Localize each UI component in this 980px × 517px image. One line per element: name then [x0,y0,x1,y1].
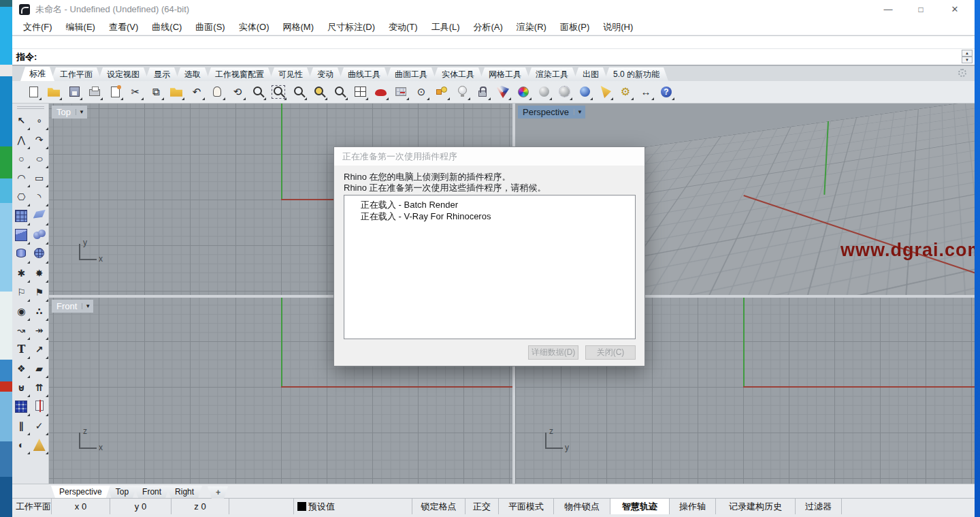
status-cell[interactable]: 正交 [466,499,499,514]
menu-item[interactable]: 编辑(E) [59,19,102,35]
select-pointer-icon[interactable]: ↖ [12,112,30,130]
chevron-down-icon[interactable]: ▼ [76,109,87,115]
point-icon[interactable]: ∘ [31,112,48,130]
array-icon[interactable] [12,398,30,416]
extrude-icon[interactable]: ⇈ [31,379,48,397]
gear-icon[interactable] [958,69,966,77]
toolbar-tab[interactable]: 显示 [145,67,179,81]
status-cell[interactable]: 操作轴 [670,499,716,514]
box-icon[interactable] [12,227,30,245]
undo-view-change-icon[interactable] [331,83,348,101]
spotlight-icon[interactable] [596,83,614,101]
hatch-plane-icon[interactable]: ▰ [31,360,48,378]
status-cell[interactable]: z 0 [172,499,229,514]
zoom-selected-icon[interactable] [310,83,328,101]
spinner-down-icon[interactable]: ▼ [962,57,973,63]
toolbar-tab[interactable]: 选取 [176,67,210,81]
status-cell[interactable]: 智慧轨迹 [610,499,670,514]
details-button[interactable]: 详细数据(D) [528,345,578,360]
move-scale-icon[interactable]: ↗ [31,341,48,359]
status-cell[interactable]: y 0 [110,499,172,514]
toolbar-tab[interactable]: 工作平面 [51,67,101,81]
control-point-curve-icon[interactable]: ↷ [31,131,48,149]
cplane-icon[interactable] [392,83,410,101]
light-icon[interactable] [453,83,471,101]
menu-item[interactable]: 实体(O) [232,19,276,35]
status-cell[interactable]: 平面模式 [499,499,554,514]
toolbar-tab[interactable]: 实体工具 [433,67,483,81]
polyline-icon[interactable]: ⋀ [12,131,30,149]
menu-item[interactable]: 曲面(S) [189,19,231,35]
ellipse-icon[interactable]: ○ [31,151,48,168]
save-icon[interactable] [65,83,83,101]
options-gears-icon[interactable]: ⚙ [617,83,634,101]
paste-icon[interactable] [167,83,185,101]
cut-icon[interactable]: ✂ [127,83,144,101]
toolbar-tab[interactable]: 网格工具 [480,67,530,81]
close-button[interactable]: ✕ [943,0,966,19]
minimize-button[interactable]: — [877,0,900,19]
toolbar-tab[interactable]: 曲面工具 [386,67,436,81]
toolbar-tab[interactable]: 可见性 [270,67,312,81]
menu-item[interactable]: 变动(T) [382,19,425,35]
menu-item[interactable]: 说明(H) [596,19,640,35]
undo-icon[interactable]: ↶ [188,83,206,101]
viewport-label-top[interactable]: Top▼ [52,106,87,119]
surface-from-points-icon[interactable] [12,208,30,225]
viewport-tab[interactable]: Right [167,486,202,498]
menu-item[interactable]: 工具(L) [425,19,467,35]
status-cell[interactable]: 工作平面 [12,499,52,514]
new-document-icon[interactable] [24,83,42,101]
status-cell[interactable]: 锁定格点 [412,499,466,514]
text-icon[interactable]: T [12,341,30,359]
object-properties-icon[interactable] [433,83,451,101]
viewport-tab[interactable]: Top [108,486,137,498]
named-view-car-icon[interactable] [372,83,389,101]
export-notes-icon[interactable] [106,83,124,101]
menu-item[interactable]: 分析(A) [467,19,510,35]
chevron-down-icon[interactable]: ▼ [82,303,93,309]
copy-icon[interactable]: ⧉ [147,83,165,101]
toolbar-tab[interactable]: 标准 [20,67,54,81]
toolbar-tab[interactable]: 曲线工具 [339,67,389,81]
color-wheel-icon[interactable] [514,83,532,101]
status-cell[interactable]: 过滤器 [796,499,842,514]
point-cloud-icon[interactable]: ∴ [31,303,48,321]
sidebar-grip[interactable] [17,106,44,109]
open-file-icon[interactable] [45,83,63,101]
ortho-circle-icon[interactable]: ⊙ [412,83,430,101]
pan-icon[interactable] [208,83,226,101]
circle-icon[interactable]: ○ [12,151,30,168]
help-icon[interactable]: ? [657,83,675,101]
adjust-curve-icon[interactable]: ↝ [12,322,30,340]
menu-item[interactable]: 渲染(R) [510,19,553,35]
viewport-layout-icon[interactable] [351,83,369,101]
viewport-label-front[interactable]: Front▼ [52,300,93,313]
curve-handles-icon[interactable]: ↠ [31,322,48,340]
viewport-label-perspective[interactable]: Perspective▼ [518,106,585,119]
status-cell[interactable]: 物件锁点 [554,499,610,514]
check-icon[interactable]: ✓ [31,418,48,435]
rotate-view-icon[interactable]: ⟲ [229,83,246,101]
maximize-button[interactable]: □ [909,0,932,19]
menu-item[interactable]: 网格(M) [276,19,321,35]
shaded-viewport-icon[interactable] [535,83,553,101]
menu-item[interactable]: 面板(P) [553,19,596,35]
rendered-viewport-icon[interactable] [576,83,593,101]
status-cell[interactable]: x 0 [52,499,110,514]
status-cell[interactable] [842,499,975,514]
explode-puzzle-icon[interactable]: ✱ [12,265,30,283]
status-cell[interactable] [229,499,294,514]
mesh-sphere-icon[interactable] [31,246,48,264]
polygon-icon[interactable]: ⎔ [12,189,30,206]
chevron-down-icon[interactable]: ▼ [574,109,585,115]
cylinder-icon[interactable] [12,246,30,264]
zoom-dynamic-icon[interactable]: + [249,83,267,101]
arc-icon[interactable]: ◠ [12,170,30,187]
flow-icon[interactable]: ∥ [12,418,30,435]
solid-union-icon[interactable]: ⊍ [12,379,30,397]
curve-blend-icon[interactable]: ◉ [12,303,30,321]
lock-icon[interactable] [474,83,491,101]
toolbar-tab[interactable]: 渲染工具 [527,67,577,81]
menu-item[interactable]: 尺寸标注(D) [321,19,382,35]
